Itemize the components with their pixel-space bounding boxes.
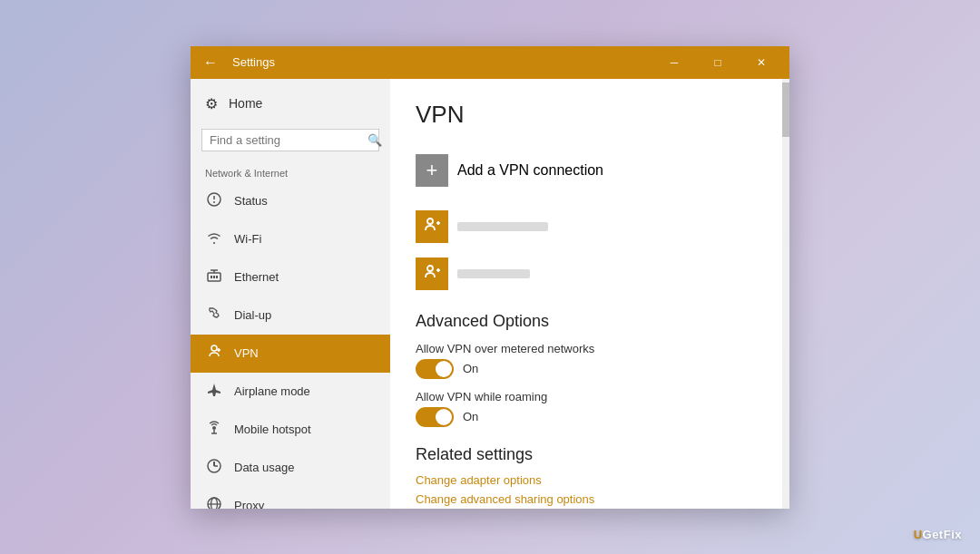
sidebar-item-ethernet[interactable]: Ethernet bbox=[191, 258, 390, 296]
search-icon[interactable]: 🔍 bbox=[368, 133, 382, 147]
toggle2-state: On bbox=[463, 410, 478, 423]
airplane-label: Airplane mode bbox=[234, 384, 310, 398]
option-metered-networks: Allow VPN over metered networks On bbox=[416, 342, 757, 379]
main-panel: VPN + Add a VPN connection bbox=[390, 79, 782, 509]
proxy-label: Proxy bbox=[234, 499, 264, 509]
toggle-roaming[interactable] bbox=[416, 407, 454, 427]
watermark: UGetFix bbox=[914, 528, 962, 541]
close-button[interactable]: ✕ bbox=[740, 46, 782, 79]
option2-label: Allow VPN while roaming bbox=[416, 390, 757, 403]
svg-point-12 bbox=[212, 426, 216, 430]
svg-point-24 bbox=[427, 266, 433, 271]
datausage-icon bbox=[205, 458, 223, 478]
svg-rect-8 bbox=[216, 276, 218, 278]
svg-point-21 bbox=[427, 219, 433, 224]
sidebar-item-status[interactable]: Status bbox=[191, 182, 390, 220]
advanced-options-title: Advanced Options bbox=[416, 312, 757, 331]
back-button[interactable]: ← bbox=[198, 50, 223, 75]
plus-icon: + bbox=[416, 154, 448, 187]
toggle-row-1: On bbox=[416, 359, 757, 379]
vpn-icon-box-2 bbox=[416, 258, 448, 290]
svg-point-18 bbox=[208, 498, 220, 509]
sidebar-item-datausage[interactable]: Data usage bbox=[191, 449, 390, 487]
sidebar-item-wifi[interactable]: Wi-Fi bbox=[191, 220, 390, 258]
wifi-icon bbox=[205, 229, 223, 249]
sidebar: ⚙ Home 🔍 Network & Internet Status bbox=[191, 79, 390, 509]
svg-point-19 bbox=[211, 498, 218, 509]
vpn-connection-icon-1 bbox=[423, 216, 441, 238]
ethernet-icon bbox=[205, 267, 223, 287]
proxy-icon bbox=[205, 496, 223, 509]
link-adapter-options[interactable]: Change adapter options bbox=[416, 473, 757, 487]
related-settings-title: Related settings bbox=[416, 445, 757, 464]
vpn-icon-box-1 bbox=[416, 210, 448, 243]
scrollbar-track[interactable] bbox=[782, 79, 789, 509]
section-label: Network & Internet bbox=[191, 159, 390, 182]
link-sharing-options[interactable]: Change advanced sharing options bbox=[416, 492, 757, 506]
add-vpn-button[interactable]: + Add a VPN connection bbox=[416, 145, 757, 196]
content-area: ⚙ Home 🔍 Network & Internet Status bbox=[191, 79, 789, 509]
add-vpn-label: Add a VPN connection bbox=[457, 162, 603, 179]
dialup-label: Dial-up bbox=[234, 308, 271, 322]
sidebar-item-hotspot[interactable]: Mobile hotspot bbox=[191, 411, 390, 449]
vpn-name-1 bbox=[457, 222, 548, 231]
home-label: Home bbox=[229, 96, 262, 111]
datausage-label: Data usage bbox=[234, 461, 295, 474]
option1-label: Allow VPN over metered networks bbox=[416, 342, 757, 355]
airplane-icon bbox=[205, 382, 223, 402]
vpn-name-2 bbox=[457, 269, 530, 278]
option-roaming: Allow VPN while roaming On bbox=[416, 390, 757, 427]
toggle-knob-1 bbox=[436, 361, 452, 377]
wifi-label: Wi-Fi bbox=[234, 232, 261, 246]
toggle1-state: On bbox=[463, 362, 478, 375]
settings-window: ← Settings ─ □ ✕ ⚙ Home 🔍 Network & Inte… bbox=[191, 46, 789, 509]
vpn-entry-1[interactable] bbox=[416, 205, 757, 248]
minimize-button[interactable]: ─ bbox=[653, 46, 695, 79]
window-title: Settings bbox=[232, 55, 653, 69]
search-input[interactable] bbox=[210, 133, 362, 147]
toggle-knob-2 bbox=[436, 409, 452, 425]
vpn-label: VPN bbox=[234, 346, 259, 360]
vpn-nav-icon bbox=[205, 344, 223, 364]
home-icon: ⚙ bbox=[205, 95, 218, 112]
hotspot-icon bbox=[205, 420, 223, 440]
vpn-connection-icon-2 bbox=[423, 263, 441, 285]
page-title: VPN bbox=[416, 101, 757, 129]
scrollbar-thumb[interactable] bbox=[782, 83, 789, 137]
sidebar-item-airplane[interactable]: Airplane mode bbox=[191, 373, 390, 411]
search-box: 🔍 bbox=[201, 129, 379, 151]
toggle-metered[interactable] bbox=[416, 359, 454, 379]
sidebar-item-proxy[interactable]: Proxy bbox=[191, 487, 390, 509]
sidebar-item-home[interactable]: ⚙ Home bbox=[191, 86, 390, 121]
svg-point-2 bbox=[213, 201, 215, 203]
sidebar-item-dialup[interactable]: Dial-up bbox=[191, 296, 390, 335]
vpn-entry-2[interactable] bbox=[416, 252, 757, 296]
titlebar: ← Settings ─ □ ✕ bbox=[191, 46, 789, 79]
dialup-icon bbox=[205, 306, 223, 326]
toggle-row-2: On bbox=[416, 407, 757, 427]
window-controls: ─ □ ✕ bbox=[653, 46, 782, 79]
status-label: Status bbox=[234, 194, 268, 208]
maximize-button[interactable]: □ bbox=[697, 46, 739, 79]
sidebar-item-vpn[interactable]: VPN bbox=[191, 335, 390, 373]
svg-rect-7 bbox=[213, 276, 215, 278]
watermark-u: U bbox=[914, 528, 923, 541]
svg-rect-6 bbox=[211, 276, 212, 278]
hotspot-label: Mobile hotspot bbox=[234, 423, 311, 436]
status-icon bbox=[205, 191, 223, 211]
svg-point-9 bbox=[211, 345, 217, 351]
ethernet-label: Ethernet bbox=[234, 270, 279, 284]
watermark-rest: GetFix bbox=[923, 528, 962, 541]
